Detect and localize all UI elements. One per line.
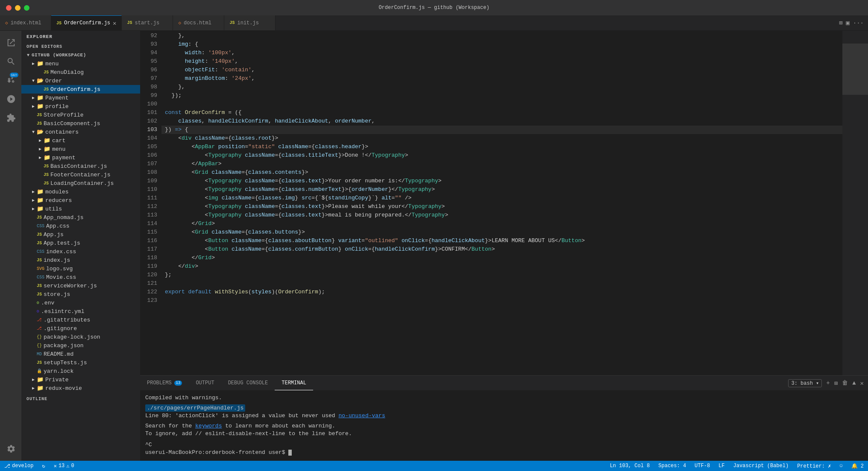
status-language[interactable]: Javascript (Babel) (729, 461, 793, 471)
sidebar-item-orderconfirm[interactable]: ▶ JS OrderConfirm.js (21, 85, 140, 94)
sidebar-item-order[interactable]: ▼ 📂 Order (21, 76, 140, 85)
activity-extensions[interactable] (2, 109, 19, 126)
sidebar-item-gitignore[interactable]: ▶ ⎇ .gitignore (21, 324, 140, 333)
code-line-101: const OrderConfirm = ({ (161, 108, 842, 117)
terminal-dropdown[interactable]: 3: bash ▾ (788, 379, 822, 387)
panel-tab-problems[interactable]: PROBLEMS 13 (140, 376, 189, 390)
error-count: 13 (59, 463, 65, 469)
maximize-panel-icon[interactable]: ▲ (852, 380, 856, 386)
panel-tab-debug-console[interactable]: DEBUG CONSOLE (221, 376, 275, 390)
sidebar-item-storeprofile[interactable]: ▶ JS StoreProfile (21, 111, 140, 119)
sidebar-item-movie-css[interactable]: ▶ CSS Movie.css (21, 273, 140, 281)
panel-tab-terminal[interactable]: TERMINAL (275, 376, 313, 390)
maximize-button[interactable] (24, 5, 29, 11)
tab-docs-html[interactable]: ◇ docs.html (173, 15, 224, 30)
sidebar-item-env[interactable]: ▶ ⚙ .env (21, 298, 140, 307)
tab-order-confirm[interactable]: JS OrderConfirm.js ✕ (51, 15, 122, 30)
sidebar-item-package-json[interactable]: ▶ {} package.json (21, 341, 140, 350)
sidebar-item-payment[interactable]: ▶ 📁 Payment (21, 94, 140, 102)
file-label: OrderConfirm.js (50, 86, 100, 93)
folder-label: containers (45, 129, 79, 135)
code-line-94: width: '100px', (161, 49, 842, 57)
sidebar-item-containers[interactable]: ▼ 📂 containers (21, 128, 140, 136)
sidebar-item-app-nomad[interactable]: ▶ JS App_nomad.js (21, 213, 140, 222)
sidebar-item-footercontainer[interactable]: ▶ JS FooterContainer.js (21, 170, 140, 179)
sidebar-item-readme[interactable]: ▶ MD README.md (21, 350, 140, 358)
outline-header[interactable]: OUTLINE (21, 394, 140, 403)
sidebar-item-menu2[interactable]: ▶ 📁 menu (21, 145, 140, 153)
split-editor-icon[interactable]: ⊞ (839, 19, 842, 26)
sidebar-item-serviceworker[interactable]: ▶ JS serviceWorker.js (21, 281, 140, 290)
git-file-icon: ⎇ (37, 326, 42, 331)
minimap-slider[interactable] (842, 44, 868, 95)
close-tab-icon[interactable]: ✕ (113, 20, 116, 27)
sidebar-item-utils[interactable]: ▶ 📁 utils (21, 205, 140, 213)
sidebar-item-yarn-lock[interactable]: ▶ 🔒 yarn.lock (21, 367, 140, 375)
new-terminal-icon[interactable]: + (826, 380, 830, 386)
sidebar-item-modules[interactable]: ▶ 📁 modules (21, 187, 140, 196)
minimap (842, 31, 868, 375)
status-errors[interactable]: ✕ 13 ⚠ 0 (50, 461, 79, 471)
status-smiley[interactable]: ☺ (835, 461, 847, 471)
toggle-sidebar-icon[interactable]: ▣ (846, 19, 849, 26)
file-label: store.js (44, 291, 70, 298)
activity-bar: 1k+ (0, 31, 21, 461)
tab-init-js[interactable]: JS init.js (224, 15, 276, 30)
sidebar-item-gitattributes[interactable]: ▶ ⎇ .gitattributes (21, 316, 140, 324)
status-spaces[interactable]: Spaces: 4 (654, 461, 690, 471)
sidebar-item-private[interactable]: ▶ 📁 Private (21, 375, 140, 384)
sidebar-item-logo-svg[interactable]: ▶ SVG logo.svg (21, 264, 140, 273)
sidebar-item-package-lock[interactable]: ▶ {} package-lock.json (21, 333, 140, 341)
workspace-header[interactable]: ▼ GITHUB (WORKSPACE) (21, 51, 140, 59)
activity-explorer[interactable] (2, 34, 19, 51)
chevron-down-icon: ▼ (30, 129, 37, 135)
sidebar-item-redux-movie[interactable]: ▶ 📁 redux-movie (21, 384, 140, 392)
sidebar-item-app-js[interactable]: ▶ JS App.js (21, 230, 140, 239)
status-line-ending[interactable]: LF (714, 461, 729, 471)
sidebar-item-profile[interactable]: ▶ 📁 profile (21, 102, 140, 111)
sidebar-item-basiccomponent[interactable]: ▶ JS BasicComponent.js (21, 119, 140, 128)
sidebar-item-payment2[interactable]: ▶ 📁 payment (21, 153, 140, 162)
sidebar-item-app-css[interactable]: ▶ CSS App.css (21, 222, 140, 230)
traffic-lights (6, 5, 29, 11)
status-prettier[interactable]: Prettier: ✗ (793, 461, 835, 471)
sidebar-item-basiccontainer[interactable]: ▶ JS BasicContainer.js (21, 162, 140, 170)
file-label: package-lock.json (44, 334, 100, 340)
status-encoding[interactable]: UTF-8 (690, 461, 714, 471)
terminal-content[interactable]: Compiled with warnings. ./src/pages/errP… (140, 391, 868, 461)
status-branch[interactable]: ⎇ develop (0, 461, 38, 471)
sidebar-item-cart[interactable]: ▶ 📁 cart (21, 136, 140, 145)
sidebar-item-menudialog[interactable]: ▶ JS MenuDialog (21, 68, 140, 76)
sidebar-item-index-js[interactable]: ▶ JS index.js (21, 256, 140, 264)
kill-terminal-icon[interactable]: 🗑 (842, 380, 848, 386)
activity-run-debug[interactable] (2, 91, 19, 108)
tab-start-js[interactable]: JS start.js (122, 15, 173, 30)
open-editors-header[interactable]: OPEN EDITORS (21, 43, 140, 51)
split-terminal-icon[interactable]: ⊞ (834, 380, 838, 387)
keywords-link[interactable]: keywords (195, 423, 222, 429)
sidebar-item-reducers[interactable]: ▶ 📁 reducers (21, 196, 140, 205)
minimize-button[interactable] (15, 5, 21, 11)
status-sync[interactable]: ↻ (38, 461, 49, 471)
tab-index-html[interactable]: ◇ index.html (0, 15, 51, 30)
sidebar-item-menu[interactable]: ▶ 📁 menu (21, 59, 140, 68)
sidebar-item-eslint[interactable]: ▶ ⚙ .eslintrc.yml (21, 307, 140, 316)
activity-source-control[interactable]: 1k+ (2, 72, 19, 89)
sidebar-item-setuptests[interactable]: ▶ JS setupTests.js (21, 358, 140, 367)
sidebar-item-app-test[interactable]: ▶ JS App.test.js (21, 239, 140, 247)
status-bell[interactable]: 🔔 2 (847, 461, 868, 471)
sidebar-item-loadingcontainer[interactable]: ▶ JS LoadingContainer.js (21, 179, 140, 187)
code-editor[interactable]: }, img: { width: '100px', height: '140px… (161, 31, 842, 375)
eslint-rule-link[interactable]: no-unused-vars (339, 412, 385, 419)
more-actions-icon[interactable]: ··· (853, 20, 864, 26)
sidebar-item-index-css[interactable]: ▶ CSS index.css (21, 247, 140, 256)
close-panel-icon[interactable]: ✕ (860, 380, 864, 387)
panel-tab-output[interactable]: OUTPUT (189, 376, 221, 390)
line-num-110: 110 (140, 185, 157, 194)
status-ln-col[interactable]: Ln 103, Col 8 (606, 461, 654, 471)
activity-settings[interactable] (2, 440, 19, 457)
code-line-112: <Typography className={classes.text}>Ple… (161, 202, 842, 211)
close-button[interactable] (6, 5, 12, 11)
activity-search[interactable] (2, 53, 19, 70)
sidebar-item-store[interactable]: ▶ JS store.js (21, 290, 140, 298)
